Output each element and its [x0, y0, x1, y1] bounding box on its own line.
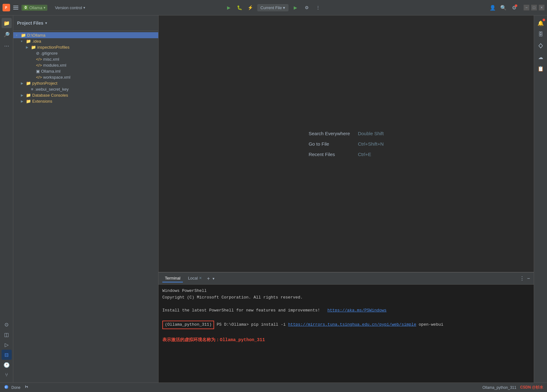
folder-icon-inspection: 📁 [31, 45, 36, 50]
activity-git-icon[interactable]: ⑂ [2, 370, 12, 380]
folder-icon: 📁 [21, 33, 26, 38]
tree-label-extensions: Extensions [32, 99, 52, 104]
folder-icon-idea: 📁 [26, 39, 31, 44]
cloud-icon[interactable]: ☁ [536, 52, 546, 62]
go-to-file-shortcut: Ctrl+Shift+N [358, 141, 384, 147]
settings-icon[interactable]: ⚙ [510, 4, 518, 11]
coverage-button[interactable]: ⚡ [246, 3, 255, 12]
tree-item-root[interactable]: ▾ 📁 D:\Ollama [13, 32, 158, 38]
tree-label-python: pythonProject [32, 81, 57, 86]
git-icon[interactable] [536, 41, 546, 51]
run-button[interactable]: ▶ [225, 3, 233, 12]
terminal-more-icon[interactable]: ⋮ [520, 275, 525, 281]
xml-icon-misc: </> [36, 57, 42, 62]
tree-arrow-idea: ▾ [21, 39, 26, 43]
main-layout: 📁 🔎 ⋯ ⊙ ◫ ▷ ⊟ 🕐 ⑂ Project Files ▾ ▾ 📁 D:… [0, 15, 547, 383]
current-file-dropdown[interactable]: Current File ▾ [257, 4, 289, 11]
folder-icon-extensions: 📁 [26, 99, 31, 104]
search-everywhere-shortcut: Double Shift [358, 131, 384, 136]
notification-badge [543, 19, 545, 21]
pip-mirror-link[interactable]: https://mirrors.tuna.tsinghua.edu.cn/pyp… [288, 322, 416, 327]
tree-label-idea: .idea [32, 39, 41, 44]
tree-label-iml: Ollama.iml [41, 69, 60, 74]
activity-bottom: ⊙ ◫ ▷ ⊟ 🕐 ⑂ [2, 319, 12, 380]
tree-arrow-db: ▶ [21, 93, 26, 97]
tree-item-inspection[interactable]: ▶ 📁 inspectionProfiles [13, 44, 158, 50]
ps-windows-link[interactable]: https://aka.ms/PSWindows [328, 308, 387, 313]
tree-arrow-root: ▾ [16, 33, 21, 37]
sidebar-chevron[interactable]: ▾ [45, 21, 47, 25]
hamburger-menu-icon[interactable] [13, 4, 19, 11]
project-chevron: ▾ [44, 6, 45, 10]
status-env-label: Ollama_python_311 [483, 385, 516, 390]
tree-label-workspace: workspace.xml [43, 75, 70, 80]
tree-item-idea[interactable]: ▾ 📁 .idea [13, 38, 158, 44]
vcs-label[interactable]: Version control ▾ [55, 5, 85, 10]
minimize-button[interactable]: − [524, 5, 529, 10]
terminal-line-5 [162, 314, 530, 321]
tab-local-close[interactable]: ✕ [199, 276, 202, 280]
tree-item-python[interactable]: ▶ 📁 pythonProject [13, 80, 158, 86]
maximize-button[interactable]: □ [531, 5, 537, 10]
terminal-line-3 [162, 301, 530, 308]
search-everywhere-icon[interactable]: 🔍 [500, 4, 507, 11]
run-controls: ▶ 🐛 ⚡ [225, 3, 255, 12]
hint-row-search: Search Everywhere Double Shift [309, 131, 384, 136]
tree-arrow-python: ▶ [21, 81, 26, 85]
activity-run-icon[interactable]: ▷ [2, 340, 12, 350]
tree-label-db: Database Consoles [32, 93, 68, 98]
terminal-cmd-rest: open-webui [419, 322, 443, 327]
project-badge-number: 0 [23, 5, 28, 10]
terminal-annotation: 表示激活的虚拟环境名称为：Ollama_python_311 [162, 337, 530, 343]
tree-arrow-inspection: ▶ [26, 45, 31, 49]
tab-terminal[interactable]: Terminal [162, 274, 183, 282]
tab-chevron[interactable]: ▾ [213, 276, 214, 281]
settings-run-button[interactable]: ⚙ [302, 3, 311, 12]
svg-text:P: P [5, 6, 7, 9]
go-to-file-label: Go to File [309, 141, 353, 147]
tab-local[interactable]: Local ✕ [185, 274, 204, 282]
close-button[interactable]: × [539, 5, 544, 10]
terminal-line-6 [162, 329, 530, 336]
tree-item-gitignore[interactable]: ⊘ .gitignore [13, 50, 158, 56]
terminal-minimize-icon[interactable]: − [527, 276, 530, 281]
recent-files-label: Recent Files [309, 152, 353, 157]
play-button[interactable]: ▶ [291, 3, 300, 12]
file-tree: ▾ 📁 D:\Ollama ▾ 📁 .idea ▶ 📁 inspectionPr… [13, 31, 158, 383]
sidebar-header: Project Files ▾ [13, 15, 158, 31]
app-icon[interactable]: P [3, 4, 10, 11]
tree-label-webui-key: .webui_secret_key [35, 87, 69, 92]
activity-more-icon[interactable]: ⋯ [2, 41, 12, 51]
activity-terminal-icon[interactable]: ⊟ [2, 350, 12, 360]
notes-icon[interactable]: 📋 [536, 63, 546, 74]
project-badge[interactable]: 0 Ollama ▾ [21, 5, 47, 11]
status-csdn: CSDN @杉水 [520, 385, 543, 390]
activity-layers-icon[interactable]: ◫ [2, 329, 12, 340]
tree-item-webui-key[interactable]: ≡ .webui_secret_key [13, 86, 158, 92]
tree-item-modules[interactable]: </> modules.xml [13, 62, 158, 68]
activity-remote-icon[interactable]: ⊙ [2, 319, 12, 329]
sidebar-title: Project Files [17, 21, 43, 26]
tree-item-db[interactable]: ▶ 📁 Database Consoles [13, 92, 158, 98]
tree-item-iml[interactable]: ▣ Ollama.iml [13, 68, 158, 74]
notification-icon[interactable]: 🔔 [536, 18, 546, 28]
tab-add-button[interactable]: + [207, 276, 210, 281]
tree-item-misc[interactable]: </> misc.xml [13, 56, 158, 62]
activity-project-icon[interactable]: 📁 [2, 18, 12, 28]
activity-clock-icon[interactable]: 🕐 [2, 360, 12, 370]
activity-bar: 📁 🔎 ⋯ ⊙ ◫ ▷ ⊟ 🕐 ⑂ [0, 15, 13, 383]
tree-item-extensions[interactable]: ▶ 📁 Extensions [13, 98, 158, 104]
user-icon[interactable]: 👤 [489, 4, 496, 11]
status-left: P Done [4, 384, 29, 390]
tree-label-root: D:\Ollama [27, 33, 45, 38]
database-icon[interactable]: 🗄 [536, 29, 546, 39]
current-file-label: Current File [261, 5, 282, 10]
debug-button[interactable]: 🐛 [235, 3, 244, 12]
tree-item-workspace[interactable]: </> workspace.xml [13, 74, 158, 80]
env-badge: (Ollama_python_311) [162, 321, 214, 329]
status-done-label: Done [11, 385, 21, 390]
terminal-line-1: Windows PowerShell [162, 288, 530, 294]
terminal-body[interactable]: Windows PowerShell Copyright (C) Microso… [159, 285, 534, 383]
more-run-button[interactable]: ⋮ [314, 3, 322, 12]
activity-search-icon[interactable]: 🔎 [2, 29, 12, 39]
